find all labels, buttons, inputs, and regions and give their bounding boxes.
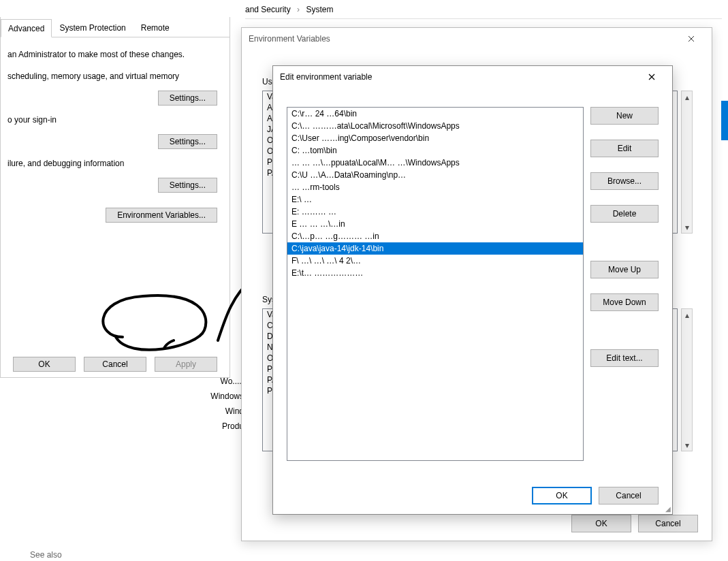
apply-button[interactable]: Apply: [155, 357, 217, 372]
chevron-right-icon: ›: [297, 5, 300, 14]
path-row[interactable]: E: ……… …: [287, 206, 583, 218]
move-up-button[interactable]: Move Up: [590, 261, 659, 278]
path-row[interactable]: C:\… ………ata\Local\Microsoft\WindowsApps: [287, 120, 583, 132]
scroll-down-icon[interactable]: ▾: [682, 439, 692, 451]
performance-settings-button[interactable]: Settings...: [158, 91, 217, 106]
scroll-down-icon[interactable]: ▾: [682, 221, 692, 233]
edit-cancel-button[interactable]: Cancel: [599, 487, 659, 504]
tabs: Advanced System Protection Remote: [1, 17, 230, 37]
path-row[interactable]: C:\U …\A…Data\Roaming\np…: [287, 169, 583, 181]
admin-text: an Administrator to make most of these c…: [7, 50, 223, 59]
browse-button[interactable]: Browse...: [590, 172, 659, 190]
environment-variables-button[interactable]: Environment Variables...: [106, 208, 217, 223]
edit-text-button[interactable]: Edit text...: [590, 349, 659, 367]
label-c: Wind: [203, 406, 244, 416]
right-labels: Wo..... Windows Wind Produ: [203, 371, 244, 436]
close-icon[interactable]: [678, 29, 705, 48]
path-row[interactable]: E … … …\…in: [287, 218, 583, 230]
windows-accent: [721, 101, 728, 140]
editwin-title: Edit environment variable: [280, 72, 372, 82]
tab-remote[interactable]: Remote: [133, 18, 177, 37]
cancel-button[interactable]: Cancel: [84, 357, 146, 372]
label-a: Wo.....: [203, 376, 244, 386]
path-row[interactable]: E:\t… ………………: [287, 267, 583, 279]
new-button[interactable]: New: [590, 107, 659, 125]
close-icon[interactable]: [638, 67, 665, 86]
path-row[interactable]: C:\r… 24 …64\bin: [287, 108, 583, 120]
edit-env-variable-dialog: Edit environment variable C:\r… 24 …64\b…: [272, 65, 673, 515]
env-cancel-button[interactable]: Cancel: [638, 515, 698, 532]
see-also[interactable]: See also: [30, 550, 62, 560]
move-down-button[interactable]: Move Down: [590, 293, 659, 311]
breadcrumb: and Security › System: [245, 3, 722, 19]
tab-advanced[interactable]: Advanced: [1, 19, 52, 37]
path-row[interactable]: C:\…p… …g……… …in: [287, 230, 583, 242]
edit-button[interactable]: Edit: [590, 140, 659, 157]
path-row[interactable]: C: …tom\bin: [287, 144, 583, 157]
path-row[interactable]: C:\User ……ing\Composer\vendor\bin: [287, 132, 583, 144]
envwin-title: Environment Variables: [249, 34, 330, 44]
label-d: Produ: [203, 421, 244, 431]
ok-button[interactable]: OK: [13, 357, 76, 372]
path-row[interactable]: F\ …\ …\ …\ 4 2\…: [287, 255, 583, 267]
profiles-settings-button[interactable]: Settings...: [158, 134, 217, 149]
breadcrumb-seg1[interactable]: and Security: [245, 5, 291, 14]
path-row[interactable]: E:\ …: [287, 193, 583, 206]
scroll-up-icon[interactable]: ▴: [682, 309, 692, 321]
resize-grip-icon[interactable]: ◢: [665, 505, 671, 513]
tab-system-protection[interactable]: System Protection: [52, 18, 133, 37]
perf-text: scheduling, memory usage, and virtual me…: [7, 71, 223, 81]
path-row[interactable]: C:\java\java-14\jdk-14\bin: [287, 242, 583, 255]
breadcrumb-seg2[interactable]: System: [306, 5, 333, 14]
edit-ok-button[interactable]: OK: [532, 487, 592, 504]
path-row[interactable]: … …rm-tools: [287, 181, 583, 193]
startup-settings-button[interactable]: Settings...: [158, 178, 217, 193]
scrollbar-user[interactable]: ▴ ▾: [681, 91, 693, 234]
path-row[interactable]: … … …\…ppuata\Local\M… …\WindowsApps: [287, 157, 583, 169]
env-ok-button[interactable]: OK: [571, 515, 631, 532]
label-b: Windows: [203, 391, 244, 401]
path-list[interactable]: C:\r… 24 …64\binC:\… ………ata\Local\Micros…: [287, 107, 584, 461]
delete-button[interactable]: Delete: [590, 205, 659, 223]
profile-text: o your sign-in: [7, 115, 223, 125]
scroll-up-icon[interactable]: ▴: [682, 91, 692, 103]
startup-text: ilure, and debugging information: [7, 159, 223, 168]
scrollbar-sys[interactable]: ▴ ▾: [681, 308, 693, 451]
system-properties-window: Advanced System Protection Remote an Adm…: [0, 17, 230, 378]
